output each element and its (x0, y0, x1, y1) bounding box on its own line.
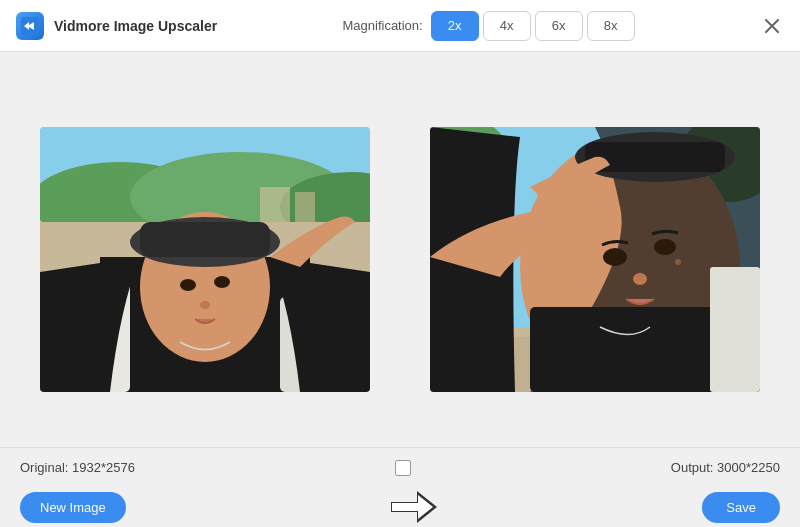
output-info: Output: 3000*2250 (671, 460, 780, 475)
svg-rect-34 (392, 503, 418, 511)
output-image-container (430, 127, 760, 392)
bottom-bar: Original: 1932*2576 Output: 3000*2250 Ne… (0, 447, 800, 527)
magnification-section: Magnification: 2x 4x 6x 8x (342, 11, 634, 41)
new-image-button[interactable]: New Image (20, 492, 126, 523)
svg-rect-13 (140, 222, 270, 257)
mag-btn-8x[interactable]: 8x (587, 11, 635, 41)
save-button[interactable]: Save (702, 492, 780, 523)
svg-rect-7 (295, 192, 315, 222)
title-bar: Vidmore Image Upscaler Magnification: 2x… (0, 0, 800, 52)
action-row: New Image Save (0, 487, 800, 527)
title-left: Vidmore Image Upscaler (16, 12, 217, 40)
svg-rect-25 (585, 142, 725, 172)
svg-rect-27 (710, 267, 760, 392)
info-row: Original: 1932*2576 Output: 3000*2250 (0, 447, 800, 487)
output-image-panel (410, 72, 780, 447)
mag-buttons: 2x 4x 6x 8x (431, 11, 635, 41)
main-content (0, 52, 800, 447)
mag-btn-4x[interactable]: 4x (483, 11, 531, 41)
arrow-right-icon (389, 489, 439, 525)
app-logo (16, 12, 44, 40)
original-image-container (40, 127, 370, 392)
mag-btn-6x[interactable]: 6x (535, 11, 583, 41)
mag-btn-2x[interactable]: 2x (431, 11, 479, 41)
svg-point-29 (654, 239, 676, 255)
original-photo (40, 127, 370, 392)
svg-rect-6 (260, 187, 290, 222)
svg-point-16 (200, 301, 210, 309)
svg-point-31 (675, 259, 681, 265)
magnification-label: Magnification: (342, 18, 422, 33)
original-info: Original: 1932*2576 (20, 460, 135, 475)
upscaled-photo (430, 127, 760, 392)
close-button[interactable] (760, 14, 784, 38)
svg-point-30 (633, 273, 647, 285)
svg-point-15 (214, 276, 230, 288)
svg-point-14 (180, 279, 196, 291)
arrow-container (389, 489, 439, 525)
svg-point-28 (603, 248, 627, 266)
app-title: Vidmore Image Upscaler (54, 18, 217, 34)
original-image-panel (20, 72, 390, 447)
compare-checkbox[interactable] (395, 460, 411, 476)
